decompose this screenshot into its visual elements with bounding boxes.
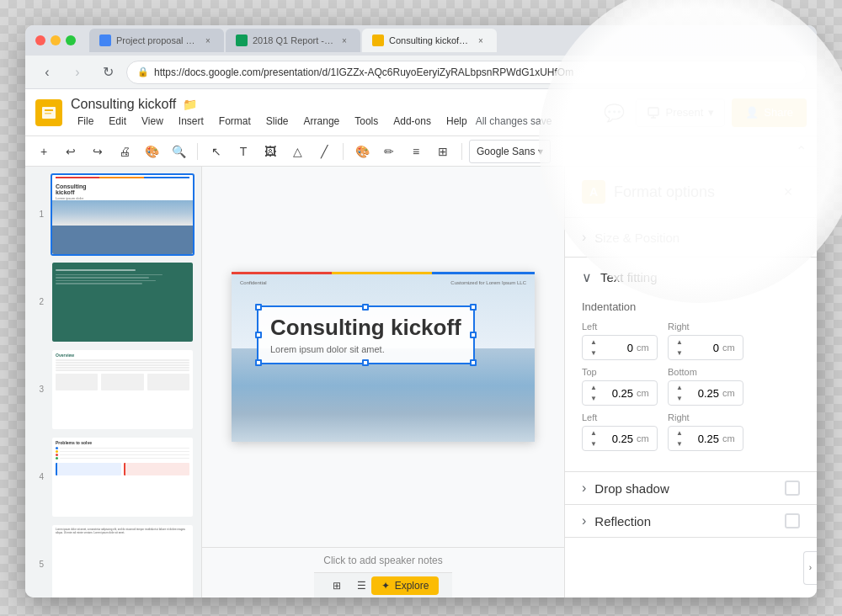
indent-left-input-group[interactable]: ▲ ▼ cm bbox=[582, 335, 658, 360]
cursor-button[interactable]: ↖ bbox=[205, 140, 228, 163]
format-section-size-header[interactable]: › Size & Position bbox=[565, 218, 817, 257]
handle-tr[interactable] bbox=[470, 304, 477, 311]
slide-preview-4[interactable]: Problems to solve bbox=[51, 436, 195, 518]
pad-right-input[interactable] bbox=[685, 433, 719, 445]
text-button[interactable]: T bbox=[232, 140, 255, 163]
slide-preview-5[interactable]: Lorem ipsum dolor sit amet, consectetur … bbox=[51, 523, 195, 597]
redo-button[interactable]: ↪ bbox=[86, 140, 109, 163]
pad-right-up[interactable]: ▲ bbox=[674, 427, 685, 438]
pad-right-input-group[interactable]: ▲ ▼ cm bbox=[668, 426, 743, 451]
refresh-button[interactable]: ↻ bbox=[96, 61, 120, 84]
align-left-button[interactable]: ≡ bbox=[404, 140, 428, 163]
minimize-button[interactable] bbox=[51, 35, 61, 45]
shapes-button[interactable]: △ bbox=[285, 140, 309, 163]
present-button[interactable]: Present ▾ bbox=[636, 98, 725, 127]
indent-left-down[interactable]: ▼ bbox=[588, 348, 600, 358]
list-view-button[interactable]: ☰ bbox=[353, 576, 371, 595]
indent-right-up[interactable]: ▲ bbox=[674, 337, 685, 348]
undo-button[interactable]: ↩ bbox=[59, 140, 83, 163]
menu-edit[interactable]: Edit bbox=[102, 114, 133, 129]
indent-right-spinner[interactable]: ▲ ▼ bbox=[674, 337, 685, 358]
pad-left-down[interactable]: ▼ bbox=[588, 438, 600, 449]
line-button[interactable]: ╱ bbox=[312, 140, 336, 163]
menu-help[interactable]: Help bbox=[440, 114, 474, 129]
handle-bc[interactable] bbox=[362, 359, 369, 366]
indent-left-spinner[interactable]: ▲ ▼ bbox=[588, 337, 600, 358]
pad-right-spinner[interactable]: ▲ ▼ bbox=[674, 427, 685, 449]
pad-left-input-group[interactable]: ▲ ▼ cm bbox=[582, 426, 658, 451]
menu-tools[interactable]: Tools bbox=[348, 114, 385, 129]
menu-slide[interactable]: Slide bbox=[259, 114, 296, 129]
pad-bottom-input[interactable] bbox=[685, 387, 719, 400]
font-selector[interactable]: Google Sans ▾ bbox=[469, 140, 551, 163]
indent-left-input[interactable] bbox=[600, 342, 633, 354]
handle-tc[interactable] bbox=[362, 304, 369, 311]
menu-format[interactable]: Format bbox=[212, 114, 258, 129]
slide-thumb-2[interactable]: 2 bbox=[32, 261, 195, 343]
image-button[interactable]: 🖼 bbox=[258, 140, 282, 163]
slide-canvas[interactable]: Confidential Customized for Lorem Ipsum … bbox=[232, 272, 535, 443]
browser-tab-3[interactable]: Consulting kickoff - Google Sl... × bbox=[362, 29, 497, 52]
pad-top-input-group[interactable]: ▲ ▼ cm bbox=[582, 380, 658, 406]
comment-button[interactable]: 💬 bbox=[599, 98, 629, 128]
pad-bottom-spinner[interactable]: ▲ ▼ bbox=[674, 382, 685, 404]
slide-thumb-4[interactable]: 4 Problems to solve bbox=[32, 436, 195, 518]
grid-view-button[interactable]: ⊞ bbox=[328, 576, 346, 595]
slide-preview-2[interactable] bbox=[51, 261, 195, 343]
format-section-text-header[interactable]: ∨ Text fitting bbox=[565, 258, 817, 297]
pad-bottom-down[interactable]: ▼ bbox=[674, 393, 685, 404]
menu-addons[interactable]: Add-ons bbox=[386, 114, 438, 129]
zoom-button[interactable]: 🔍 bbox=[167, 140, 190, 163]
pad-left-up[interactable]: ▲ bbox=[588, 427, 600, 438]
address-bar[interactable]: 🔒 https://docs.google.com/presentation/d… bbox=[126, 61, 807, 84]
pad-left-spinner[interactable]: ▲ ▼ bbox=[588, 427, 600, 449]
slide-thumb-3[interactable]: 3 Overview bbox=[32, 348, 195, 431]
menu-view[interactable]: View bbox=[135, 114, 170, 129]
handle-ml[interactable] bbox=[255, 332, 262, 338]
share-button[interactable]: 👤 Share bbox=[732, 98, 807, 127]
explore-button[interactable]: ✦ Explore bbox=[371, 576, 440, 595]
pad-right-down[interactable]: ▼ bbox=[674, 438, 685, 449]
browser-tab-2[interactable]: 2018 Q1 Report - Google She... × bbox=[226, 29, 360, 52]
indent-left-up[interactable]: ▲ bbox=[588, 337, 600, 348]
handle-br[interactable] bbox=[470, 359, 477, 366]
pen-button[interactable]: ✏ bbox=[377, 140, 401, 163]
drop-shadow-checkbox[interactable] bbox=[785, 481, 800, 496]
tab-close-2[interactable]: × bbox=[338, 35, 350, 46]
pad-top-spinner[interactable]: ▲ ▼ bbox=[588, 382, 600, 404]
menu-file[interactable]: File bbox=[71, 114, 100, 129]
fullscreen-button[interactable] bbox=[66, 35, 76, 45]
slide-preview-3[interactable]: Overview bbox=[51, 348, 195, 431]
close-button[interactable] bbox=[35, 35, 45, 45]
browser-tab-1[interactable]: Project proposal - Google Doc... × bbox=[89, 29, 224, 52]
tab-close-3[interactable]: × bbox=[475, 35, 487, 46]
add-button[interactable]: + bbox=[32, 140, 56, 163]
reflection-checkbox[interactable] bbox=[785, 513, 800, 528]
handle-bl[interactable] bbox=[255, 359, 262, 366]
pad-left-input[interactable] bbox=[600, 433, 633, 445]
speaker-notes[interactable]: Click to add speaker notes bbox=[202, 547, 564, 572]
menu-insert[interactable]: Insert bbox=[172, 114, 210, 129]
grid-button[interactable]: ⊞ bbox=[431, 140, 455, 163]
tab-close-1[interactable]: × bbox=[202, 35, 214, 46]
menu-arrange[interactable]: Arrange bbox=[297, 114, 347, 129]
canvas-text-box[interactable]: Consulting kickoff Lorem ipsum dolor sit… bbox=[257, 305, 475, 364]
format-close-button[interactable]: × bbox=[776, 180, 800, 204]
pad-bottom-input-group[interactable]: ▲ ▼ cm bbox=[668, 380, 743, 406]
indent-right-input-group[interactable]: ▲ ▼ cm bbox=[668, 335, 743, 360]
slide-thumb-5[interactable]: 5 Lorem ipsum dolor sit amet, consectetu… bbox=[32, 523, 195, 597]
handle-mr[interactable] bbox=[470, 332, 477, 338]
print-button[interactable]: 🖨 bbox=[113, 140, 136, 163]
handle-tl[interactable] bbox=[255, 304, 262, 311]
folder-icon[interactable]: 📁 bbox=[183, 98, 197, 111]
pad-top-up[interactable]: ▲ bbox=[588, 382, 600, 393]
panel-collapse-button[interactable]: › bbox=[803, 551, 817, 585]
paint-button[interactable]: 🎨 bbox=[140, 140, 163, 163]
indent-right-input[interactable] bbox=[685, 342, 719, 354]
indent-right-down[interactable]: ▼ bbox=[674, 348, 685, 358]
slide-thumb-1[interactable]: 1 Consultingkickoff Lorem ipsum dolor bbox=[32, 173, 195, 256]
back-button[interactable]: ‹ bbox=[35, 61, 59, 84]
toolbar-collapse-button[interactable]: ⌃ bbox=[792, 140, 810, 162]
pad-top-input[interactable] bbox=[600, 387, 633, 400]
forward-button[interactable]: › bbox=[66, 61, 89, 84]
